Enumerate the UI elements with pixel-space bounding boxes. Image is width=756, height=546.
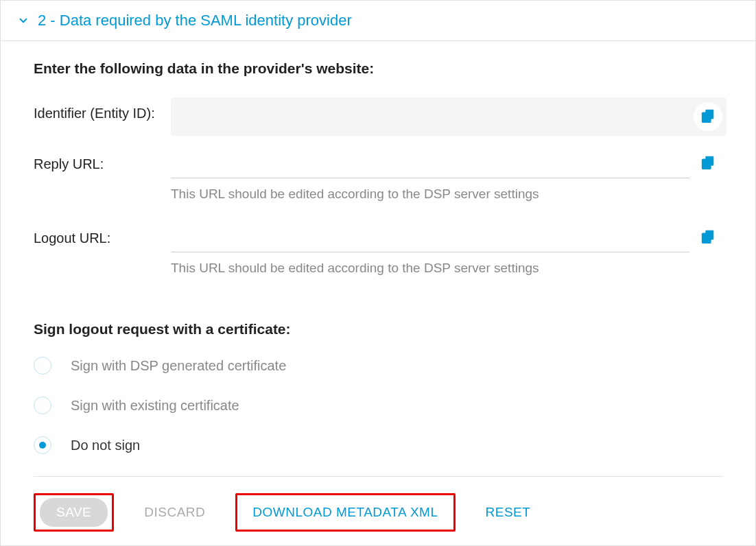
reply-url-input[interactable]	[171, 148, 689, 178]
reply-url-helper: This URL should be edited according to t…	[171, 187, 722, 202]
radio-icon	[34, 396, 51, 414]
discard-button[interactable]: DISCARD	[133, 498, 216, 527]
identifier-input	[171, 97, 727, 136]
copy-icon	[700, 108, 716, 126]
radio-label: Sign with DSP generated certificate	[71, 358, 286, 374]
radio-icon	[34, 357, 51, 375]
section-content: Enter the following data in the provider…	[1, 41, 755, 545]
svg-rect-2	[702, 112, 711, 122]
copy-identifier-button[interactable]	[694, 102, 722, 131]
copy-icon	[700, 154, 716, 173]
reply-url-label: Reply URL:	[34, 148, 171, 172]
button-bar: SAVE DISCARD DOWNLOAD METADATA XML RESET	[34, 493, 722, 532]
field-logout-url: Logout URL: This URL should be edited ac…	[34, 222, 722, 288]
field-identifier: Identifier (Entity ID):	[34, 97, 722, 136]
identifier-label: Identifier (Entity ID):	[34, 97, 171, 121]
download-metadata-button[interactable]: DOWNLOAD METADATA XML	[241, 498, 449, 527]
copy-logout-url-button[interactable]	[694, 223, 722, 252]
svg-rect-5	[702, 159, 711, 169]
radio-label: Do not sign	[71, 438, 140, 453]
radio-option-dsp-cert[interactable]: Sign with DSP generated certificate	[34, 357, 722, 375]
copy-icon	[700, 228, 716, 247]
svg-rect-8	[702, 233, 711, 243]
chevron-down-icon	[17, 14, 29, 27]
reset-button[interactable]: RESET	[475, 498, 542, 527]
sign-section-label: Sign logout request with a certificate:	[34, 321, 722, 337]
radio-label: Sign with existing certificate	[71, 398, 239, 414]
saml-config-panel: 2 - Data required by the SAML identity p…	[0, 0, 756, 546]
section-header[interactable]: 2 - Data required by the SAML identity p…	[1, 1, 755, 41]
radio-option-existing-cert[interactable]: Sign with existing certificate	[34, 396, 722, 414]
instruction-text: Enter the following data in the provider…	[34, 60, 722, 77]
copy-reply-url-button[interactable]	[694, 149, 722, 178]
divider	[34, 476, 722, 477]
highlight-save: SAVE	[34, 493, 114, 532]
logout-url-input[interactable]	[171, 222, 689, 252]
logout-url-helper: This URL should be edited according to t…	[171, 261, 722, 276]
field-reply-url: Reply URL: This URL should be edited acc…	[34, 148, 722, 214]
highlight-download: DOWNLOAD METADATA XML	[235, 493, 455, 532]
save-button[interactable]: SAVE	[40, 498, 108, 527]
radio-option-do-not-sign[interactable]: Do not sign	[34, 436, 722, 454]
section-title: 2 - Data required by the SAML identity p…	[38, 12, 352, 29]
logout-url-label: Logout URL:	[34, 222, 171, 246]
radio-icon	[34, 436, 51, 454]
